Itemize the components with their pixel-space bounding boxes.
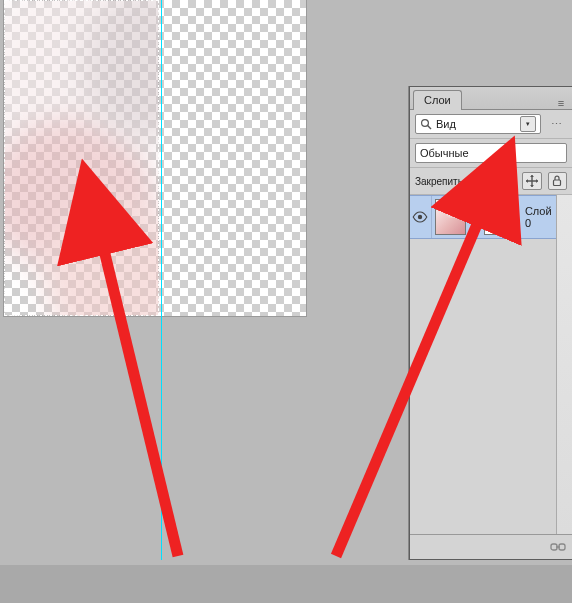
filter-extras-button[interactable]: ⋯ [545,118,567,131]
vertical-guide[interactable] [161,0,162,560]
svg-rect-3 [481,181,486,186]
dropdown-arrows-icon: ▾ [520,116,536,132]
svg-point-0 [422,120,429,127]
panel-footer [410,534,572,559]
lock-pixels-button[interactable] [497,172,516,190]
layer-thumbnail[interactable] [435,199,466,235]
panel-menu-icon[interactable]: ≡ [550,97,572,109]
layer-image-content [4,0,159,316]
layer-name[interactable]: Слой 0 [519,205,556,229]
blend-mode-select[interactable]: Обычные [415,143,567,163]
lock-position-button[interactable] [522,172,541,190]
canvas-bottom-strip [0,565,572,603]
layer-filter-label: Вид [436,118,456,130]
layer-visibility-toggle[interactable] [410,196,432,238]
layer-mask-thumbnail[interactable] [484,199,515,235]
document-canvas[interactable] [4,0,306,316]
blend-mode-row: Обычные [410,139,572,168]
tab-layers[interactable]: Слои [413,90,462,110]
layer-row[interactable]: Слой 0 [410,195,556,239]
lock-transparency-button[interactable] [472,172,491,190]
layer-list: Слой 0 [410,195,556,534]
svg-line-1 [428,126,431,129]
lock-row: Закрепить: [410,168,572,195]
search-icon [420,118,432,130]
lock-label: Закрепить: [415,176,466,187]
svg-rect-2 [476,176,481,181]
panel-tab-strip: Слои ≡ [410,87,572,110]
layers-panel: Слои ≡ Вид ▾ ⋯ Обычные Закрепить: [409,86,572,560]
layer-filter-row: Вид ▾ ⋯ [410,110,572,139]
blend-mode-value: Обычные [420,147,469,159]
layer-filter-select[interactable]: Вид ▾ [415,114,541,134]
svg-rect-7 [554,180,561,186]
svg-rect-4 [481,176,486,181]
mask-link-icon[interactable] [469,209,481,225]
svg-rect-5 [476,181,481,186]
link-layers-icon[interactable] [550,540,566,554]
svg-rect-6 [504,176,507,179]
lock-all-button[interactable] [548,172,567,190]
svg-point-8 [418,215,422,219]
panel-scrollbar[interactable] [556,195,572,534]
